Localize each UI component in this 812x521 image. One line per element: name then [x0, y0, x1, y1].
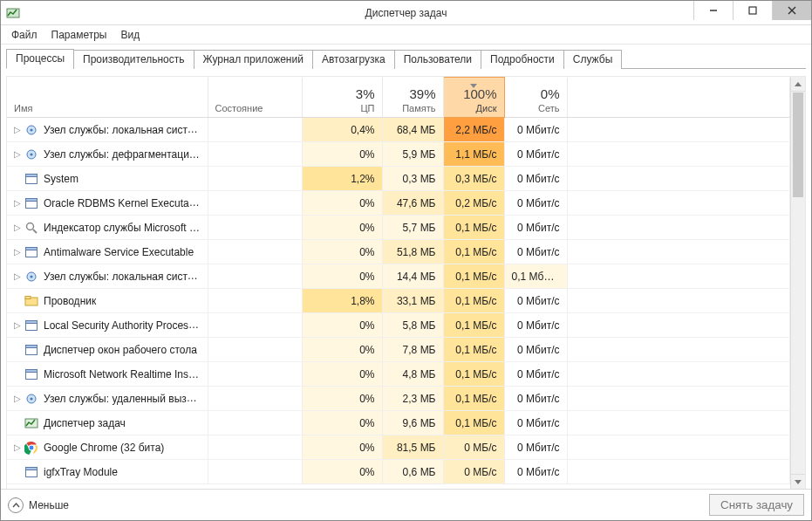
process-name-label: Oracle RDBMS Kernel Executable — [44, 196, 203, 209]
col-memory[interactable]: 39%Память — [382, 78, 443, 118]
expand-icon[interactable]: ▷ — [12, 125, 23, 135]
state-cell — [208, 289, 302, 313]
table-row[interactable]: ▷Узел службы: дефрагментаци…0%5,9 МБ1,1 … — [7, 142, 790, 167]
maximize-button[interactable] — [733, 1, 772, 20]
spacer-cell — [567, 435, 790, 460]
process-name-label: Диспетчер задач — [44, 417, 126, 429]
scroll-up-button[interactable] — [791, 77, 805, 92]
expand-icon[interactable]: ▷ — [12, 149, 23, 160]
tab-performance[interactable]: Производительность — [73, 50, 194, 69]
memory-cell: 5,7 МБ — [382, 216, 443, 240]
process-name-cell[interactable]: ▷Google Chrome (32 бита) — [7, 435, 208, 460]
table-row[interactable]: ▷Узел службы: удаленный вызо…0%2,3 МБ0,1… — [7, 387, 790, 411]
expand-icon[interactable]: ▷ — [12, 223, 23, 233]
col-disk[interactable]: 100%Диск — [443, 78, 504, 118]
col-cpu[interactable]: 3%ЦП — [302, 78, 382, 118]
tab-services[interactable]: Службы — [563, 50, 622, 69]
table-row[interactable]: Проводник1,8%33,1 МБ0,1 МБ/с0 Мбит/с — [7, 289, 790, 313]
expand-icon[interactable]: ▷ — [12, 320, 23, 331]
process-name-cell[interactable]: ▷Oracle RDBMS Kernel Executable — [7, 191, 208, 216]
spacer-cell — [567, 216, 790, 240]
state-cell — [208, 411, 302, 435]
scroll-down-button[interactable] — [791, 474, 805, 489]
process-name-cell[interactable]: Microsoft Network Realtime Ins… — [7, 362, 208, 387]
tab-details[interactable]: Подробности — [481, 50, 564, 69]
process-icon — [24, 367, 38, 381]
col-network[interactable]: 0%Сеть — [504, 78, 567, 118]
process-icon — [24, 172, 38, 186]
memory-cell: 33,1 МБ — [382, 289, 443, 313]
spacer-cell — [567, 460, 790, 484]
state-cell — [208, 264, 302, 289]
expand-icon[interactable]: ▷ — [12, 247, 23, 257]
process-name-cell[interactable]: ▷Индексатор службы Microsoft … — [7, 216, 208, 240]
close-button[interactable] — [772, 1, 811, 20]
memory-cell: 51,8 МБ — [382, 240, 443, 264]
fewer-details-button[interactable]: Меньше — [8, 497, 69, 513]
sort-desc-icon — [470, 79, 477, 90]
process-icon — [24, 465, 38, 479]
table-row[interactable]: ▷Узел службы: локальная систе…0%14,4 МБ0… — [7, 264, 790, 289]
menu-options[interactable]: Параметры — [44, 27, 114, 43]
process-name-cell[interactable]: ▷Local Security Authority Process… — [7, 313, 208, 338]
menubar: Файл Параметры Вид — [1, 25, 811, 45]
process-icon — [24, 441, 38, 455]
process-name-cell[interactable]: ▷Узел службы: локальная систе… — [7, 118, 208, 142]
table-row[interactable]: Диспетчер окон рабочего стола0%7,8 МБ0,1… — [7, 338, 790, 362]
menu-file[interactable]: Файл — [4, 27, 44, 43]
process-name-cell[interactable]: Диспетчер окон рабочего стола — [7, 338, 208, 362]
process-name-cell[interactable]: ▷Узел службы: дефрагментаци… — [7, 142, 208, 167]
tab-app-history[interactable]: Журнал приложений — [194, 50, 313, 69]
expand-icon[interactable]: ▷ — [12, 198, 23, 209]
process-name-label: Узел службы: локальная систе… — [44, 270, 204, 283]
expand-icon[interactable]: ▷ — [12, 271, 23, 282]
cpu-cell: 0% — [302, 264, 382, 289]
menu-view[interactable]: Вид — [113, 27, 147, 43]
table-row[interactable]: ▷Индексатор службы Microsoft …0%5,7 МБ0,… — [7, 216, 790, 240]
table-row[interactable]: System1,2%0,3 МБ0,3 МБ/с0 Мбит/с — [7, 167, 790, 191]
table-row[interactable]: igfxTray Module0%0,6 МБ0 МБ/с0 Мбит/с — [7, 460, 790, 484]
scroll-thumb[interactable] — [793, 93, 803, 197]
expand-spacer — [12, 345, 23, 355]
end-task-button[interactable]: Снять задачу — [709, 494, 804, 516]
process-name-cell[interactable]: Проводник — [7, 289, 208, 313]
expand-icon[interactable]: ▷ — [12, 394, 23, 404]
svg-rect-21 — [25, 296, 31, 298]
process-name-cell[interactable]: ▷Узел службы: удаленный вызо… — [7, 387, 208, 411]
table-row[interactable]: Microsoft Network Realtime Ins…0%4,8 МБ0… — [7, 362, 790, 387]
expand-icon[interactable]: ▷ — [12, 442, 23, 453]
process-name-cell[interactable]: igfxTray Module — [7, 460, 208, 484]
disk-cell: 0,1 МБ/с — [443, 411, 504, 435]
disk-cell: 2,2 МБ/с — [443, 118, 504, 142]
svg-marker-35 — [795, 82, 802, 86]
table-row[interactable]: ▷Local Security Authority Process…0%5,8 … — [7, 313, 790, 338]
table-row[interactable]: ▷Oracle RDBMS Kernel Executable0%47,6 МБ… — [7, 191, 790, 216]
cpu-cell: 0% — [302, 216, 382, 240]
table-row[interactable]: ▷Узел службы: локальная систе…0,4%68,4 М… — [7, 118, 790, 142]
fewer-details-label: Меньше — [29, 499, 69, 511]
col-name[interactable]: Имя — [7, 78, 208, 118]
tab-startup[interactable]: Автозагрузка — [312, 50, 395, 69]
network-cell: 0,1 Мбит/с — [504, 264, 567, 289]
process-name-cell[interactable]: System — [7, 167, 208, 191]
state-cell — [208, 338, 302, 362]
memory-cell: 0,3 МБ — [382, 167, 443, 191]
process-name-label: Microsoft Network Realtime Ins… — [44, 368, 199, 380]
process-name-cell[interactable]: ▷Узел службы: локальная систе… — [7, 264, 208, 289]
vertical-scrollbar[interactable] — [790, 77, 805, 489]
table-row[interactable]: ▷Google Chrome (32 бита)0%81,5 МБ0 МБ/с0… — [7, 435, 790, 460]
tab-processes[interactable]: Процессы — [6, 49, 74, 69]
process-name-cell[interactable]: ▷Antimalware Service Executable — [7, 240, 208, 264]
network-cell: 0 Мбит/с — [504, 460, 567, 484]
process-icon — [24, 392, 38, 406]
disk-cell: 0,1 МБ/с — [443, 338, 504, 362]
process-name-cell[interactable]: Диспетчер задач — [7, 411, 208, 435]
table-row[interactable]: Диспетчер задач0%9,6 МБ0,1 МБ/с0 Мбит/с — [7, 411, 790, 435]
cpu-cell: 0% — [302, 142, 382, 167]
memory-cell: 81,5 МБ — [382, 435, 443, 460]
table-row[interactable]: ▷Antimalware Service Executable0%51,8 МБ… — [7, 240, 790, 264]
tab-users[interactable]: Пользователи — [394, 50, 481, 69]
col-state[interactable]: Состояние — [208, 78, 302, 118]
minimize-button[interactable] — [693, 1, 733, 20]
cpu-cell: 0% — [302, 460, 382, 484]
